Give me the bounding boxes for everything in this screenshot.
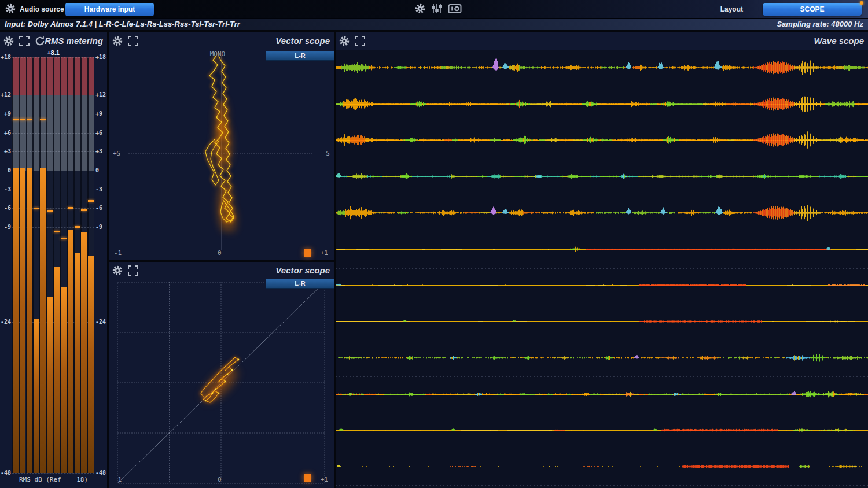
gear-icon[interactable] bbox=[5, 3, 16, 14]
rms-peak-Tsl bbox=[68, 207, 73, 209]
meter-gridline bbox=[12, 473, 94, 474]
rms-bar-Rs bbox=[47, 297, 53, 473]
vector-scope-panel-2: Vector scope L-R -1 0 +1 bbox=[109, 262, 334, 488]
input-format-text: Input: Dolby Atmos 7.1.4 | L-R-C-Lfe-Ls-… bbox=[5, 20, 240, 28]
vector-scope-2-header: Vector scope bbox=[109, 262, 334, 279]
meter-tick-label: 0 bbox=[95, 167, 107, 173]
top-toolbar: Audio source Hardware input Layout SCOPE bbox=[0, 0, 868, 18]
vector-scope-2-title: Vector scope bbox=[275, 265, 330, 275]
expand-icon[interactable] bbox=[354, 35, 366, 47]
vector-scope-panel-1: Vector scope MONO L-R +S -S -1 0 +1 bbox=[109, 32, 334, 260]
rms-peak-Tsr bbox=[75, 226, 80, 228]
center-tool-group bbox=[414, 3, 459, 14]
gear-icon[interactable] bbox=[112, 265, 123, 276]
sliders-icon[interactable] bbox=[431, 3, 443, 14]
meter-tick-label: -24 bbox=[95, 319, 107, 325]
meter-tick-label: +12 bbox=[0, 91, 11, 98]
rms-peak-Lfe bbox=[34, 208, 39, 209]
expand-icon[interactable] bbox=[127, 265, 139, 276]
vector-scope-display bbox=[109, 262, 334, 488]
rms-bar-Trr bbox=[88, 256, 94, 473]
rms-metering-panel: RMS metering +18+18+12+12+9+9+6+6+3+300-… bbox=[0, 32, 107, 488]
plus-s-label: +S bbox=[113, 150, 120, 157]
meter-gridline bbox=[12, 57, 94, 58]
meter-tick-label: +9 bbox=[0, 110, 11, 117]
x-axis-max-label: +1 bbox=[321, 249, 328, 257]
rms-peak-Trr bbox=[88, 200, 94, 202]
meter-tick-label: -9 bbox=[95, 224, 107, 230]
wave-scope-title: Wave scope bbox=[814, 36, 864, 46]
wave-scope-header: Wave scope bbox=[336, 32, 868, 50]
meter-tick-label: +3 bbox=[95, 148, 107, 154]
rms-peak-L bbox=[13, 119, 19, 120]
layout-label: Layout bbox=[720, 5, 743, 13]
rms-peak-Ls bbox=[40, 119, 46, 120]
peak-readout: +8.1 bbox=[12, 49, 94, 56]
vector-scope-1-title: Vector scope bbox=[275, 36, 330, 46]
meter-gridline bbox=[12, 95, 94, 95]
x-axis-zero-label: 0 bbox=[218, 476, 222, 483]
meter-tick-label: 0 bbox=[0, 167, 11, 173]
rms-peak-Rs bbox=[47, 210, 53, 212]
scope-button[interactable]: SCOPE bbox=[763, 3, 862, 16]
meter-tick-label: -6 bbox=[0, 205, 11, 211]
rms-peak-Lss bbox=[54, 231, 60, 232]
io-icon[interactable] bbox=[448, 3, 459, 14]
meter-tick-label: -48 bbox=[95, 469, 107, 476]
status-dot bbox=[860, 1, 863, 5]
rms-bar-Trl bbox=[81, 232, 87, 473]
info-bar: Input: Dolby Atmos 7.1.4 | L-R-C-Lfe-Ls-… bbox=[0, 18, 868, 30]
rms-peak-R bbox=[20, 119, 25, 120]
channel-pair-button[interactable]: L-R bbox=[266, 279, 334, 289]
rms-bar-Lss bbox=[54, 267, 60, 473]
gear-icon[interactable] bbox=[339, 35, 350, 47]
rms-bar-Lfe bbox=[34, 319, 39, 473]
meter-tick-label: -3 bbox=[0, 186, 11, 193]
rms-peak-Rss bbox=[61, 238, 67, 239]
rms-bar-C bbox=[27, 168, 32, 473]
channel-pair-button[interactable]: L-R bbox=[266, 51, 334, 61]
meter-tick-label: +18 bbox=[95, 54, 107, 60]
meter-tick-label: +6 bbox=[95, 130, 107, 136]
rms-bar-Tsr bbox=[75, 253, 80, 473]
rms-bar-Ls bbox=[40, 168, 46, 473]
meter-gridline bbox=[12, 114, 94, 114]
rms-bar-L bbox=[13, 168, 19, 473]
meter-tick-label: +12 bbox=[95, 91, 107, 98]
audio-analyzer-window: Audio source Hardware input Layout SCOPE… bbox=[0, 0, 868, 488]
meter-tick-label: -48 bbox=[0, 469, 11, 476]
x-axis-max-label: +1 bbox=[321, 476, 328, 483]
x-axis-min-label: -1 bbox=[114, 476, 122, 483]
meter-tick-label: -9 bbox=[0, 224, 11, 230]
sampling-rate-text: Sampling rate: 48000 Hz bbox=[777, 20, 863, 28]
meter-gridline bbox=[12, 151, 94, 152]
wave-scope-panel: Wave scope bbox=[336, 32, 868, 488]
minus-s-label: -S bbox=[322, 150, 330, 157]
meter-gridline bbox=[12, 133, 94, 134]
x-axis-min-label: -1 bbox=[114, 249, 122, 257]
rms-footer-label: RMS dB (Ref = -18) bbox=[0, 476, 107, 483]
rms-bar-R bbox=[20, 168, 25, 473]
vector-scope-display bbox=[109, 32, 334, 260]
meter-tick-label: -6 bbox=[95, 205, 107, 211]
audio-source-label: Audio source bbox=[20, 5, 64, 13]
gear-icon[interactable] bbox=[112, 35, 123, 47]
rms-peak-Trl bbox=[81, 209, 87, 211]
meter-tick-label: +18 bbox=[0, 54, 11, 60]
rms-bar-Rss bbox=[61, 287, 67, 473]
rms-peak-C bbox=[27, 119, 32, 120]
x-axis-zero-label: 0 bbox=[218, 249, 222, 257]
meter-tick-label: -24 bbox=[0, 319, 11, 325]
meter-tick-label: +3 bbox=[0, 148, 11, 154]
meter-tick-label: +6 bbox=[0, 130, 11, 136]
meter-zone-over bbox=[12, 57, 94, 95]
meter-tick-label: -3 bbox=[95, 186, 107, 193]
vector-scope-1-header: Vector scope bbox=[109, 32, 334, 50]
hardware-input-button[interactable]: Hardware input bbox=[65, 3, 154, 16]
rms-bar-Tsl bbox=[68, 230, 73, 473]
wave-display bbox=[336, 51, 868, 488]
gear-icon[interactable] bbox=[414, 3, 426, 14]
expand-icon[interactable] bbox=[127, 35, 139, 47]
clip-indicator-square bbox=[304, 249, 311, 257]
meter-tick-label: +9 bbox=[95, 110, 107, 117]
